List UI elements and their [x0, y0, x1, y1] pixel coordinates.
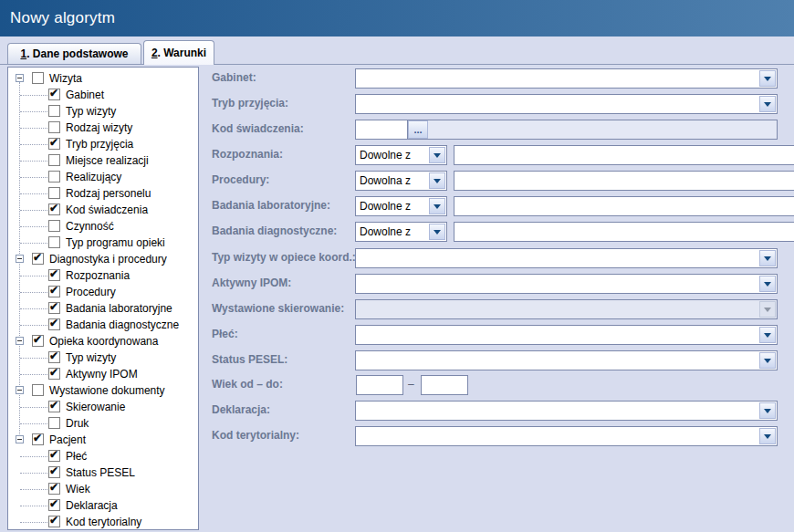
tree-item[interactable]: ✔Aktywny IPOM — [8, 366, 198, 382]
dropdown-arrow-button[interactable] — [429, 198, 445, 214]
combobox[interactable] — [355, 68, 778, 89]
tree-item-label[interactable]: Diagnostyka i procedury — [49, 253, 167, 266]
dropdown-arrow-button[interactable] — [759, 352, 776, 369]
match-mode-combobox[interactable]: Dowolne z — [355, 196, 447, 216]
collapse-toggle-icon[interactable] — [16, 435, 24, 443]
tree-item-label[interactable]: Deklaracja — [66, 499, 118, 512]
checkbox[interactable]: ✔ — [48, 516, 60, 527]
age-from-input[interactable] — [356, 375, 403, 395]
checkbox[interactable] — [32, 72, 44, 84]
tree-item-label[interactable]: Miejsce realizacji — [66, 154, 149, 167]
tree-item[interactable]: ✔Tryb przyjęcia — [8, 136, 198, 152]
tree-item-label[interactable]: Typ wizyty — [66, 351, 116, 364]
combobox[interactable] — [355, 94, 778, 114]
dropdown-arrow-button[interactable] — [759, 96, 776, 112]
combobox[interactable] — [355, 350, 778, 370]
dropdown-arrow-button[interactable] — [759, 250, 776, 266]
tree-item-label[interactable]: Wystawione dokumenty — [49, 384, 165, 397]
tree-item-label[interactable]: Status PESEL — [66, 466, 135, 479]
collapse-toggle-icon[interactable] — [16, 337, 24, 345]
tree-item-label[interactable]: Wizyta — [49, 72, 82, 85]
checkbox[interactable] — [48, 171, 60, 183]
checkbox[interactable]: ✔ — [48, 450, 60, 462]
tree-item-label[interactable]: Czynność — [66, 220, 114, 233]
combobox[interactable] — [355, 274, 778, 294]
combobox[interactable] — [355, 325, 778, 345]
tree-item[interactable]: Typ programu opieki — [8, 235, 198, 251]
tree-item[interactable]: Rodzaj wizyty — [8, 120, 198, 136]
dropdown-arrow-button[interactable] — [759, 276, 776, 292]
tree-item-label[interactable]: Opieka koordynowana — [49, 335, 158, 348]
tree-item[interactable]: Wystawione dokumenty — [8, 382, 198, 399]
checkbox[interactable]: ✔ — [48, 286, 60, 297]
collapse-toggle-icon[interactable] — [16, 386, 24, 394]
checkbox[interactable]: ✔ — [48, 466, 60, 478]
checkbox[interactable]: ✔ — [48, 203, 60, 215]
tree-item[interactable]: ✔Deklaracja — [8, 497, 198, 514]
tree-item-label[interactable]: Płeć — [66, 450, 87, 463]
tree-item-label[interactable]: Rozpoznania — [66, 269, 130, 282]
tree-item[interactable]: ✔Procedury — [8, 284, 198, 300]
tree-item-label[interactable]: Wiek — [66, 483, 90, 495]
tree-item-label[interactable]: Badania diagnostyczne — [66, 318, 179, 331]
tree-item[interactable]: Czynność — [8, 218, 198, 235]
tree-item[interactable]: ✔Kod świadczenia — [8, 202, 198, 218]
dropdown-arrow-button[interactable] — [759, 70, 776, 87]
tab-dane-podstawowe[interactable]: 1. Dane podstawowe — [7, 43, 141, 64]
tree-item[interactable]: ✔Wiek — [8, 481, 198, 497]
tree-item[interactable]: Rodzaj personelu — [8, 185, 198, 202]
combobox[interactable] — [355, 248, 778, 268]
match-mode-combobox[interactable]: Dowolna z — [355, 171, 447, 191]
checkbox[interactable]: ✔ — [48, 483, 60, 495]
dropdown-arrow-button[interactable] — [759, 428, 776, 444]
tab-warunki[interactable]: 2. Warunki — [143, 40, 214, 65]
tree-item[interactable]: ✔Skierowanie — [8, 399, 198, 415]
tree-item[interactable]: ✔Gabinet — [8, 87, 198, 103]
checkbox[interactable]: ✔ — [48, 302, 60, 314]
checkbox[interactable]: ✔ — [48, 368, 60, 380]
tree-item[interactable]: ✔Opieka koordynowana — [8, 333, 198, 349]
tree-item[interactable]: ✔Badania laboratoryjne — [8, 300, 198, 317]
code-input[interactable] — [356, 120, 408, 139]
tree-item[interactable]: Typ wizyty — [8, 103, 198, 120]
tree-item-label[interactable]: Rodzaj wizyty — [66, 121, 132, 134]
match-mode-combobox[interactable]: Dowolne z — [355, 222, 447, 242]
tree-item-label[interactable]: Kod terytorialny — [66, 516, 141, 528]
dropdown-arrow-button[interactable] — [759, 402, 776, 419]
checkbox[interactable]: ✔ — [32, 433, 44, 445]
tree-item-label[interactable]: Typ wizyty — [66, 105, 116, 118]
tree-item-label[interactable]: Skierowanie — [66, 401, 125, 413]
combobox[interactable] — [355, 401, 778, 421]
checkbox[interactable] — [48, 121, 60, 133]
tree-item-label[interactable]: Druk — [66, 417, 89, 430]
tree-item[interactable]: ✔Diagnostyka i procedury — [8, 251, 198, 267]
value-input[interactable] — [454, 171, 794, 191]
tree-item-label[interactable]: Gabinet — [66, 89, 104, 101]
checkbox[interactable] — [48, 154, 60, 166]
match-mode-combobox[interactable]: Dowolne z — [355, 145, 447, 165]
value-input[interactable] — [454, 196, 794, 216]
age-to-input[interactable] — [421, 375, 468, 395]
tree-item-label[interactable]: Rodzaj personelu — [66, 187, 151, 200]
checkbox[interactable] — [32, 384, 44, 396]
tree-item[interactable]: ✔Rozpoznania — [8, 267, 198, 284]
tree-item-label[interactable]: Pacjent — [49, 433, 86, 446]
tree-item[interactable]: Druk — [8, 415, 198, 432]
checkbox[interactable]: ✔ — [48, 269, 60, 281]
checkbox[interactable]: ✔ — [32, 335, 44, 347]
tree-item-label[interactable]: Realizujący — [66, 171, 121, 183]
tree-item[interactable]: ✔Status PESEL — [8, 464, 198, 481]
tree-item-label[interactable]: Badania laboratoryjne — [66, 302, 172, 315]
tree-item[interactable]: ✔Kod terytorialny — [8, 514, 198, 530]
combobox[interactable] — [355, 426, 778, 446]
dropdown-arrow-button[interactable] — [759, 301, 776, 318]
browse-button[interactable]: ... — [408, 120, 428, 139]
value-input[interactable] — [454, 145, 794, 165]
checkbox[interactable]: ✔ — [48, 351, 60, 363]
dropdown-arrow-button[interactable] — [429, 147, 445, 163]
tree-item[interactable]: Realizujący — [8, 169, 198, 185]
collapse-toggle-icon[interactable] — [16, 74, 24, 82]
tree-item[interactable]: ✔Pacjent — [8, 432, 198, 448]
checkbox[interactable] — [48, 220, 60, 232]
checkbox[interactable] — [48, 187, 60, 199]
